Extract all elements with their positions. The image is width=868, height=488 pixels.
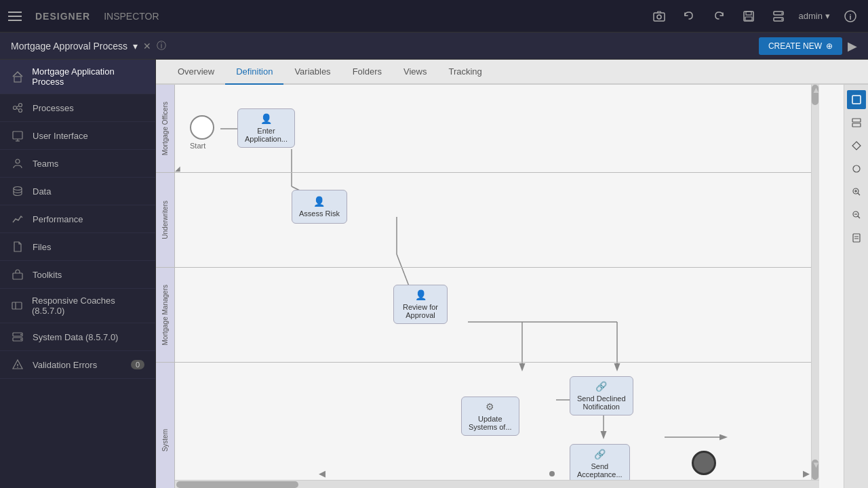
svg-rect-17 xyxy=(13,131,22,139)
sidebar-item-processes[interactable]: Processes xyxy=(0,94,155,122)
review-approval-node[interactable]: 👤 Review forApproval xyxy=(393,285,448,324)
sidebar-item-label: Data xyxy=(33,186,51,197)
swimlane-label-mortgage-managers: Mortgage Managers xyxy=(156,268,175,362)
validation-errors-icon xyxy=(11,358,24,371)
process-name: Mortgage Approval Process xyxy=(11,41,127,52)
sidebar-item-label: Responsive Coaches (8.5.7.0) xyxy=(32,296,144,316)
svg-point-20 xyxy=(16,159,20,163)
end-node[interactable] xyxy=(692,451,716,475)
tab-definition[interactable]: Definition xyxy=(225,60,283,85)
sidebar-item-teams[interactable]: Teams xyxy=(0,150,155,178)
update-systems-node[interactable]: ⚙ UpdateSystems of... xyxy=(461,396,519,436)
top-bar-right: admin ▾ i xyxy=(650,7,860,26)
tab-tracking[interactable]: Tracking xyxy=(437,60,492,85)
send-declined-node[interactable]: 🔗 Send DeclinedNotification xyxy=(570,376,633,415)
tab-views[interactable]: Views xyxy=(393,60,437,85)
sidebar-item-validation-errors[interactable]: Validation Errors 0 xyxy=(0,351,155,379)
responsive-coaches-icon xyxy=(11,299,24,312)
toolkits-icon xyxy=(11,268,24,281)
server-icon[interactable] xyxy=(769,7,788,26)
camera-icon[interactable] xyxy=(650,7,669,26)
vertical-scrollbar[interactable]: ▲ ▼ xyxy=(811,85,819,480)
svg-rect-45 xyxy=(852,123,861,127)
sidebar-item-data[interactable]: Data xyxy=(0,178,155,205)
page-tool[interactable] xyxy=(847,228,866,247)
send-acceptance-node[interactable]: 🔗 SendAcceptance... xyxy=(570,444,630,483)
help-icon[interactable]: i xyxy=(841,7,860,26)
svg-point-12 xyxy=(14,106,17,110)
diamond-tool[interactable] xyxy=(847,136,866,155)
sidebar-item-performance[interactable]: Performance xyxy=(0,205,155,233)
sidebar-item-responsive-coaches[interactable]: Responsive Coaches (8.5.7.0) xyxy=(0,289,155,323)
svg-rect-0 xyxy=(654,13,665,21)
admin-chevron-icon: ▾ xyxy=(825,11,830,21)
play-button[interactable]: ▶ xyxy=(848,39,857,54)
sidebar-item-system-data[interactable]: System Data (8.5.7.0) xyxy=(0,323,155,351)
hamburger-menu[interactable] xyxy=(8,12,22,21)
horizontal-scrollbar[interactable] xyxy=(175,480,819,488)
svg-text:i: i xyxy=(849,13,851,21)
data-icon xyxy=(11,184,24,198)
app-title: DESIGNER xyxy=(35,11,90,22)
sidebar-item-user-interface[interactable]: User Interface xyxy=(0,122,155,150)
process-info-icon[interactable]: ⓘ xyxy=(157,40,166,52)
enter-application-node[interactable]: 👤 EnterApplication... xyxy=(237,108,295,148)
svg-rect-44 xyxy=(852,119,861,122)
start-node[interactable]: Start xyxy=(190,115,214,150)
admin-button[interactable]: admin ▾ xyxy=(799,11,830,21)
svg-point-8 xyxy=(781,18,783,20)
svg-rect-55 xyxy=(853,234,860,242)
right-toolbar xyxy=(844,85,868,488)
circle-tool[interactable] xyxy=(847,159,866,178)
inspector-title[interactable]: INSPECTOR xyxy=(104,11,159,22)
sidebar-item-files[interactable]: Files xyxy=(0,233,155,261)
assess-risk-node[interactable]: 👤 Assess Risk xyxy=(292,190,347,224)
diagram-nav-right[interactable]: ▶ xyxy=(803,468,810,479)
create-new-label: CREATE NEW xyxy=(768,41,822,51)
tab-folders[interactable]: Folders xyxy=(342,60,393,85)
svg-line-53 xyxy=(858,216,860,218)
mortgage-app-icon xyxy=(11,70,24,83)
horizontal-scroll-thumb[interactable] xyxy=(176,481,298,488)
layout-tool[interactable] xyxy=(847,113,866,132)
svg-marker-46 xyxy=(852,142,861,150)
sidebar-item-toolkits[interactable]: Toolkits xyxy=(0,261,155,289)
sidebar-item-label: Performance xyxy=(33,214,83,224)
top-bar: DESIGNER INSPECTOR admin ▾ i xyxy=(0,0,868,33)
process-controls: CREATE NEW ⊕ ▶ xyxy=(759,37,857,55)
files-icon xyxy=(11,240,24,253)
sidebar-item-label: User Interface xyxy=(33,131,88,141)
create-new-button[interactable]: CREATE NEW ⊕ xyxy=(759,37,842,55)
teams-icon xyxy=(11,157,24,170)
swimlane-mortgage-officers: Mortgage Officers Start 👤 EnterApplicati… xyxy=(156,85,819,173)
swimlane-label-underwriters: Underwriters xyxy=(156,173,175,267)
save-icon[interactable] xyxy=(739,7,758,26)
tab-bar: Overview Definition Variables Folders Vi… xyxy=(156,60,868,85)
process-close-icon[interactable]: ✕ xyxy=(143,41,151,52)
zoom-in-tool[interactable] xyxy=(847,182,866,201)
tab-variables[interactable]: Variables xyxy=(283,60,341,85)
select-tool[interactable] xyxy=(847,90,866,109)
svg-point-13 xyxy=(19,104,22,107)
tab-overview[interactable]: Overview xyxy=(167,60,225,85)
svg-point-21 xyxy=(14,187,22,190)
processes-icon xyxy=(11,101,24,115)
swimlane-mortgage-managers: Mortgage Managers 👤 Review forApproval xyxy=(156,268,819,363)
diagram-nav-left[interactable]: ◀ xyxy=(319,468,326,479)
diagram-scroll-indicator xyxy=(549,468,555,479)
sidebar-item-label: Validation Errors xyxy=(33,360,97,370)
swimlane-resize-handle[interactable]: ◢ xyxy=(175,165,180,172)
main-layout: Mortgage Application Process Processes U… xyxy=(0,60,868,488)
undo-icon[interactable] xyxy=(679,7,698,26)
svg-point-30 xyxy=(17,367,18,368)
svg-point-47 xyxy=(853,165,860,172)
process-dropdown-icon[interactable]: ▾ xyxy=(133,41,138,52)
sidebar-item-mortgage-app[interactable]: Mortgage Application Process xyxy=(0,60,155,94)
zoom-out-tool[interactable] xyxy=(847,205,866,224)
svg-rect-4 xyxy=(745,17,752,20)
svg-point-28 xyxy=(20,339,22,340)
diagram-canvas[interactable]: Mortgage Officers Start 👤 EnterApplicati… xyxy=(156,85,844,488)
vertical-scroll-top-arrow[interactable]: ▲ xyxy=(812,85,818,105)
vertical-scroll-bottom-arrow[interactable]: ▼ xyxy=(812,460,818,480)
redo-icon[interactable] xyxy=(709,7,728,26)
